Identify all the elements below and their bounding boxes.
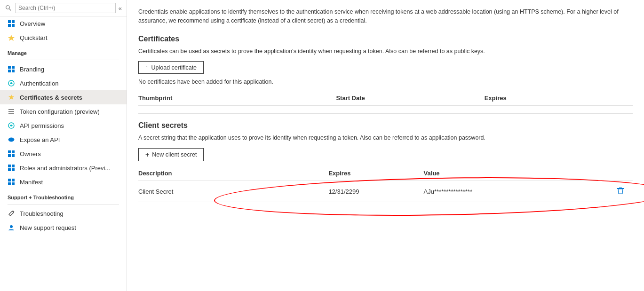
secret-expires: 12/31/2299 — [328, 188, 423, 195]
sidebar-item-overview-label: Overview — [20, 20, 45, 27]
svg-rect-8 — [12, 66, 15, 69]
collapse-button[interactable]: « — [119, 5, 122, 12]
sidebar-item-owners[interactable]: Owners — [0, 147, 127, 161]
svg-rect-22 — [12, 154, 15, 157]
main-wrapper: Credentials enable applications to ident… — [127, 0, 644, 291]
troubleshooting-icon — [8, 210, 15, 217]
sidebar-item-troubleshooting[interactable]: Troubleshooting — [0, 206, 127, 220]
svg-line-1 — [9, 9, 11, 11]
sidebar-item-token-config[interactable]: Token configuration (preview) — [0, 104, 127, 118]
sidebar-item-expose-api[interactable]: Expose an API — [0, 133, 127, 147]
sidebar-item-new-support[interactable]: New support request — [0, 220, 127, 235]
svg-rect-13 — [8, 109, 14, 110]
sidebar-item-expose-api-label: Expose an API — [20, 136, 60, 143]
svg-rect-3 — [12, 20, 15, 23]
svg-rect-9 — [8, 70, 11, 72]
svg-point-0 — [6, 6, 10, 9]
cert-table-header: Thumbprint Start Date Expires — [138, 91, 633, 106]
search-icon — [5, 4, 12, 12]
new-client-secret-button[interactable]: + New client secret — [138, 148, 204, 161]
manifest-icon — [8, 178, 15, 186]
sidebar-item-certs-secrets-label: Certificates & secrets — [20, 94, 82, 101]
upload-icon: ↑ — [145, 64, 149, 71]
overview-icon — [8, 20, 15, 27]
sidebar-item-roles-admin[interactable]: Roles and administrators (Previ... — [0, 161, 127, 175]
svg-rect-24 — [12, 165, 15, 167]
start-date-header: Start Date — [336, 94, 484, 102]
svg-rect-14 — [8, 111, 14, 112]
svg-rect-5 — [12, 24, 15, 27]
svg-rect-19 — [8, 150, 11, 153]
sidebar: « Overview Quickstart Manage Branding Au… — [0, 0, 127, 291]
expires-secrets-header: Expires — [328, 170, 423, 177]
certificates-title: Certificates — [138, 35, 633, 43]
svg-point-32 — [10, 225, 13, 228]
sidebar-item-certs-secrets[interactable]: Certificates & secrets — [0, 90, 127, 104]
svg-rect-29 — [8, 182, 11, 185]
svg-rect-7 — [8, 66, 11, 69]
sidebar-item-manifest-label: Manifest — [20, 179, 43, 186]
svg-rect-28 — [12, 179, 15, 181]
svg-rect-26 — [12, 168, 15, 171]
svg-marker-6 — [8, 35, 15, 41]
table-row: Client Secret 12/31/2299 AJu************… — [138, 181, 633, 202]
svg-rect-15 — [8, 113, 14, 114]
client-secrets-description: A secret string that the application use… — [138, 134, 633, 142]
expose-api-icon — [8, 136, 15, 143]
support-section-label: Support + Troubleshooting — [0, 189, 127, 202]
expires-cert-header: Expires — [485, 94, 633, 102]
sidebar-item-owners-label: Owners — [20, 150, 41, 157]
api-permissions-icon — [8, 122, 15, 129]
svg-rect-4 — [8, 24, 11, 27]
value-header: Value — [424, 170, 614, 177]
section-divider — [138, 113, 633, 114]
svg-rect-20 — [12, 150, 15, 153]
manage-section-label: Manage — [0, 45, 127, 58]
sidebar-item-quickstart-label: Quickstart — [20, 34, 48, 41]
roles-admin-icon — [8, 164, 15, 172]
sidebar-item-api-permissions[interactable]: API permissions — [0, 118, 127, 133]
intro-text: Credentials enable applications to ident… — [138, 8, 633, 25]
svg-marker-12 — [8, 94, 14, 100]
secret-actions — [614, 186, 633, 197]
certificates-section: Certificates Certificates can be used as… — [138, 35, 633, 106]
sidebar-item-authentication-label: Authentication — [20, 80, 58, 87]
upload-certificate-label: Upload certificate — [151, 64, 197, 71]
quickstart-icon — [8, 34, 15, 41]
secret-value: AJu**************** — [424, 188, 614, 195]
manage-divider — [8, 60, 119, 60]
support-divider — [8, 204, 119, 204]
sidebar-item-branding[interactable]: Branding — [0, 62, 127, 76]
upload-certificate-button[interactable]: ↑ Upload certificate — [138, 61, 204, 74]
sidebar-item-new-support-label: New support request — [20, 224, 76, 231]
sidebar-item-troubleshooting-label: Troubleshooting — [20, 210, 64, 217]
branding-icon — [8, 65, 15, 73]
sidebar-item-quickstart[interactable]: Quickstart — [0, 31, 127, 45]
actions-header — [614, 170, 633, 177]
sidebar-item-overview[interactable]: Overview — [0, 16, 127, 31]
sidebar-item-roles-admin-label: Roles and administrators (Previ... — [20, 165, 110, 172]
svg-rect-27 — [8, 179, 11, 181]
svg-rect-23 — [8, 165, 11, 167]
client-secrets-title: Client secrets — [138, 121, 633, 130]
svg-rect-10 — [12, 70, 15, 72]
sidebar-item-api-permissions-label: API permissions — [20, 122, 64, 129]
delete-secret-button[interactable] — [614, 186, 627, 197]
svg-rect-25 — [8, 168, 11, 171]
svg-rect-30 — [12, 182, 15, 185]
thumbprint-header: Thumbprint — [138, 94, 336, 102]
sidebar-item-token-config-label: Token configuration (preview) — [20, 108, 100, 115]
owners-icon — [8, 150, 15, 157]
description-header: Description — [138, 170, 328, 177]
main-content: Credentials enable applications to ident… — [127, 0, 644, 210]
sidebar-item-authentication[interactable]: Authentication — [0, 76, 127, 90]
search-input[interactable] — [15, 3, 116, 13]
secret-description: Client Secret — [138, 188, 328, 195]
authentication-icon — [8, 79, 15, 87]
svg-rect-2 — [8, 20, 11, 23]
new-client-secret-label: New client secret — [152, 151, 197, 158]
sidebar-item-manifest[interactable]: Manifest — [0, 175, 127, 189]
client-secrets-section: Client secrets A secret string that the … — [138, 121, 633, 202]
secrets-table-header: Description Expires Value — [138, 166, 633, 181]
sidebar-item-branding-label: Branding — [20, 66, 44, 73]
